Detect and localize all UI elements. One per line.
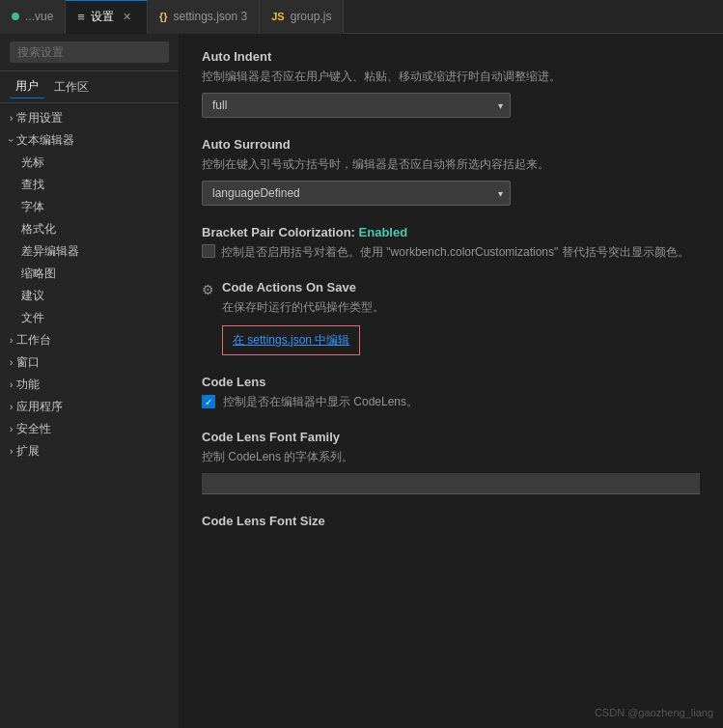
vue-dot (12, 13, 19, 20)
tab-settings-label: 设置 (91, 9, 114, 25)
sidebar-item-file[interactable]: 文件 (0, 307, 179, 329)
code-actions-content: Code Actions On Save 在保存时运行的代码操作类型。 在 se… (222, 280, 384, 355)
code-lens-checkbox[interactable]: ✓ (202, 395, 215, 408)
sidebar-item-cursor-label: 光标 (21, 154, 44, 171)
sidebar-item-minimap[interactable]: 缩略图 (0, 263, 179, 285)
code-actions-edit-box: 在 settings.json 中编辑 (222, 325, 360, 355)
setting-bracket-colorization: Bracket Pair Colorization: Enabled 控制是否启… (202, 225, 700, 261)
setting-code-actions: ⚙ Code Actions On Save 在保存时运行的代码操作类型。 在 … (202, 280, 700, 355)
chevron-right-icon-security: › (10, 424, 13, 434)
sidebar-item-security[interactable]: › 安全性 (0, 418, 179, 440)
tab-settings[interactable]: ≡ 设置 ✕ (66, 0, 148, 34)
code-lens-checkbox-row: ✓ 控制是否在编辑器中显示 CodeLens。 (202, 393, 700, 410)
search-box-container (0, 34, 179, 71)
settings-section: Auto Indent 控制编辑器是否应在用户键入、粘贴、移动或缩进行时自动调整… (179, 34, 723, 563)
code-actions-gear-row: ⚙ Code Actions On Save 在保存时运行的代码操作类型。 在 … (202, 280, 700, 355)
sidebar-item-common-label: 常用设置 (16, 110, 63, 126)
code-actions-edit-link[interactable]: 在 settings.json 中编辑 (233, 333, 349, 347)
code-actions-title: Code Actions On Save (222, 280, 384, 294)
setting-code-lens-font-family: Code Lens Font Family 控制 CodeLens 的字体系列。 (202, 430, 700, 494)
watermark: CSDN @gaozheng_liang (595, 707, 713, 718)
js-icon: JS (271, 11, 284, 22)
bracket-colorization-desc: 控制是否启用括号对着色。使用 "workbench.colorCustomiza… (221, 243, 689, 261)
chevron-down-icon: › (6, 139, 16, 142)
setting-auto-surround: Auto Surround 控制在键入引号或方括号时，编辑器是否应自动将所选内容… (202, 137, 700, 206)
sidebar-item-window-label: 窗口 (16, 354, 40, 371)
sidebar-item-suggest-label: 建议 (21, 288, 44, 304)
bracket-colorization-title: Bracket Pair Colorization: Enabled (202, 225, 700, 239)
auto-indent-select-wrapper: full none keep brackets advanced ▾ (202, 93, 511, 118)
code-lens-font-size-title: Code Lens Font Size (202, 514, 700, 528)
sidebar-item-features-label: 功能 (16, 377, 40, 393)
gear-icon[interactable]: ⚙ (202, 282, 214, 297)
chevron-right-icon-workbench: › (10, 335, 13, 346)
sidebar-item-common[interactable]: › 常用设置 (0, 107, 179, 129)
sidebar-item-diff-editor-label: 差异编辑器 (21, 243, 79, 260)
workspace-tab-button[interactable]: 工作区 (48, 75, 95, 98)
sidebar-item-security-label: 安全性 (16, 421, 51, 437)
auto-indent-title: Auto Indent (202, 49, 700, 64)
sidebar-item-font[interactable]: 字体 (0, 196, 179, 218)
tab-settings-json-label: settings.json 3 (174, 10, 248, 23)
sidebar-item-text-editor[interactable]: › 文本编辑器 (0, 129, 179, 152)
tab-settings-json[interactable]: {} settings.json 3 (148, 0, 260, 34)
nav-tree: › 常用设置 › 文本编辑器 光标 查找 字体 格式化 差异编辑器 (0, 103, 179, 728)
auto-surround-select[interactable]: languageDefined quotes brackets never (202, 181, 511, 206)
setting-code-lens-font-size: Code Lens Font Size (202, 514, 700, 528)
code-lens-font-family-input[interactable] (202, 473, 700, 494)
sidebar-item-app[interactable]: › 应用程序 (0, 396, 179, 418)
chevron-right-icon-extensions: › (10, 446, 13, 457)
sidebar-item-workbench-label: 工作台 (16, 332, 51, 349)
setting-code-lens: Code Lens ✓ 控制是否在编辑器中显示 CodeLens。 (202, 375, 700, 410)
titlebar: ...vue ≡ 设置 ✕ {} settings.json 3 JS grou… (0, 0, 723, 34)
settings-content: Auto Indent 控制编辑器是否应在用户键入、粘贴、移动或缩进行时自动调整… (179, 34, 723, 728)
sidebar-item-window[interactable]: › 窗口 (0, 351, 179, 374)
chevron-right-icon-window: › (10, 357, 13, 368)
auto-surround-select-wrapper: languageDefined quotes brackets never ▾ (202, 181, 511, 206)
search-input[interactable] (10, 42, 169, 63)
tab-group-js[interactable]: JS group.js (260, 0, 344, 34)
settings-tabs-bar: 用户 工作区 (0, 71, 179, 103)
code-lens-font-family-title: Code Lens Font Family (202, 430, 700, 444)
setting-auto-indent: Auto Indent 控制编辑器是否应在用户键入、粘贴、移动或缩进行时自动调整… (202, 49, 700, 118)
sidebar-item-extensions-label: 扩展 (16, 443, 40, 460)
sidebar-item-features[interactable]: › 功能 (0, 374, 179, 396)
sidebar-item-format[interactable]: 格式化 (0, 218, 179, 240)
chevron-right-icon-app: › (10, 402, 13, 412)
sidebar-item-font-label: 字体 (21, 199, 44, 215)
sidebar-item-suggest[interactable]: 建议 (0, 285, 179, 307)
tab-settings-close[interactable]: ✕ (120, 10, 135, 25)
chevron-right-icon-features: › (10, 379, 13, 390)
user-tab-button[interactable]: 用户 (10, 75, 44, 98)
auto-surround-desc: 控制在键入引号或方括号时，编辑器是否应自动将所选内容括起来。 (202, 155, 700, 173)
sidebar-item-find-label: 查找 (21, 177, 44, 193)
sidebar: 用户 工作区 › 常用设置 › 文本编辑器 光标 查找 字体 (0, 34, 179, 728)
main-layout: 用户 工作区 › 常用设置 › 文本编辑器 光标 查找 字体 (0, 34, 723, 728)
code-lens-title: Code Lens (202, 375, 700, 389)
tab-vue[interactable]: ...vue (0, 0, 66, 34)
tab-group-js-label: group.js (291, 10, 332, 23)
sidebar-item-cursor[interactable]: 光标 (0, 152, 179, 174)
sidebar-item-text-editor-label: 文本编辑器 (16, 132, 74, 149)
bracket-checkbox[interactable] (202, 244, 215, 258)
code-lens-desc: 控制是否在编辑器中显示 CodeLens。 (223, 393, 418, 410)
sidebar-item-extensions[interactable]: › 扩展 (0, 440, 179, 462)
sidebar-item-diff-editor[interactable]: 差异编辑器 (0, 240, 179, 263)
sidebar-item-app-label: 应用程序 (16, 399, 63, 415)
sidebar-item-file-label: 文件 (21, 310, 44, 326)
json-icon: {} (159, 11, 168, 22)
code-actions-desc: 在保存时运行的代码操作类型。 (222, 298, 384, 316)
sidebar-item-workbench[interactable]: › 工作台 (0, 329, 179, 351)
code-lens-font-family-desc: 控制 CodeLens 的字体系列。 (202, 448, 700, 465)
chevron-right-icon: › (10, 113, 13, 124)
auto-indent-desc: 控制编辑器是否应在用户键入、粘贴、移动或缩进行时自动调整缩进。 (202, 68, 700, 85)
tab-vue-label: ...vue (25, 10, 53, 23)
sidebar-item-find[interactable]: 查找 (0, 174, 179, 196)
auto-surround-title: Auto Surround (202, 137, 700, 152)
sidebar-item-format-label: 格式化 (21, 221, 56, 238)
settings-icon: ≡ (77, 10, 85, 24)
sidebar-item-minimap-label: 缩略图 (21, 266, 56, 282)
auto-indent-select[interactable]: full none keep brackets advanced (202, 93, 511, 118)
